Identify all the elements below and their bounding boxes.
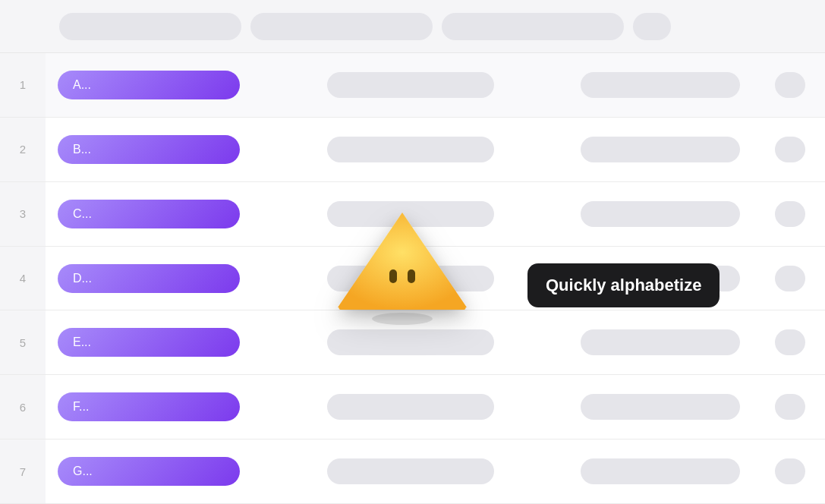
label-pill-c[interactable]: C...: [58, 200, 240, 228]
col-4-cell: [775, 329, 813, 355]
main-container: 1 2 3 4 5 6 7 A...: [0, 0, 825, 504]
col-2-cell: [252, 329, 568, 355]
col-2-cell: [252, 137, 568, 162]
gray-pill-row6-col4: [775, 394, 805, 420]
gray-pill-row2-col4: [775, 137, 805, 162]
col-4-cell: [775, 72, 813, 98]
gray-pill-row7-col2: [327, 458, 494, 484]
label-pill-e[interactable]: E...: [58, 328, 240, 357]
header-pill-1: [59, 13, 241, 40]
row-number-2: 2: [0, 118, 46, 182]
gray-pill-row6-col2: [327, 394, 494, 420]
col-3-cell: [581, 201, 763, 227]
row-number-3: 3: [0, 182, 46, 247]
gray-pill-row4-col4: [775, 266, 805, 291]
table-area: 1 2 3 4 5 6 7 A...: [0, 53, 825, 504]
label-pill-f[interactable]: F...: [58, 392, 240, 421]
gray-pill-row2-col3: [581, 137, 740, 162]
gray-pill-row7-col4: [775, 458, 805, 484]
table-row: C...: [46, 182, 825, 247]
col-4-cell: [775, 458, 813, 484]
col-3-cell: [581, 458, 763, 484]
header-pill-3: [442, 13, 624, 40]
table-row: E...: [46, 310, 825, 375]
gray-pill-row6-col3: [581, 394, 740, 420]
label-pill-a[interactable]: A...: [58, 71, 240, 99]
col-1-cell: G...: [58, 457, 240, 486]
gray-pill-row7-col3: [581, 458, 740, 484]
row-number-4: 4: [0, 247, 46, 311]
table-row: D...: [46, 247, 825, 311]
col-1-cell: B...: [58, 135, 240, 164]
row-number-5: 5: [0, 310, 46, 375]
col-3-cell: [581, 137, 763, 162]
gray-pill-row3-col2: [327, 201, 494, 227]
table-row: B...: [46, 118, 825, 182]
col-2-cell: [252, 394, 568, 420]
col-4-cell: [775, 137, 813, 162]
col-1-cell: E...: [58, 328, 240, 357]
gray-pill-row5-col4: [775, 329, 805, 355]
gray-pill-row1-col2: [327, 72, 494, 98]
col-1-cell: D...: [58, 264, 240, 293]
col-1-cell: C...: [58, 200, 240, 228]
col-1-cell: F...: [58, 392, 240, 421]
col-3-cell: [581, 72, 763, 98]
header-row: [0, 0, 825, 53]
row-number-1: 1: [0, 53, 46, 118]
gray-pill-row1-col3: [581, 72, 740, 98]
col-4-cell: [775, 201, 813, 227]
col-3-cell: [581, 394, 763, 420]
col-1-cell: A...: [58, 71, 240, 99]
gray-pill-row5-col2: [327, 329, 494, 355]
gray-pill-row5-col3: [581, 329, 740, 355]
col-3-cell: [581, 266, 763, 291]
table-body: A... B...: [46, 53, 825, 504]
gray-pill-row2-col2: [327, 137, 494, 162]
label-pill-b[interactable]: B...: [58, 135, 240, 164]
label-pill-d[interactable]: D...: [58, 264, 240, 293]
label-pill-g[interactable]: G...: [58, 457, 240, 486]
row-number-7: 7: [0, 439, 46, 504]
col-4-cell: [775, 266, 813, 291]
header-pill-2: [250, 13, 433, 40]
col-2-cell: [252, 201, 568, 227]
header-pill-4: [633, 13, 671, 40]
table-row: A...: [46, 53, 825, 118]
gray-pill-row1-col4: [775, 72, 805, 98]
col-2-cell: [252, 266, 568, 291]
col-4-cell: [775, 394, 813, 420]
table-row: F...: [46, 375, 825, 439]
gray-pill-row4-col2: [327, 266, 494, 291]
col-3-cell: [581, 329, 763, 355]
row-numbers-column: 1 2 3 4 5 6 7: [0, 53, 46, 504]
gray-pill-row3-col4: [775, 201, 805, 227]
col-2-cell: [252, 72, 568, 98]
gray-pill-row4-col3: [581, 266, 740, 291]
col-2-cell: [252, 458, 568, 484]
table-row: G...: [46, 439, 825, 504]
gray-pill-row3-col3: [581, 201, 740, 227]
row-number-6: 6: [0, 375, 46, 439]
